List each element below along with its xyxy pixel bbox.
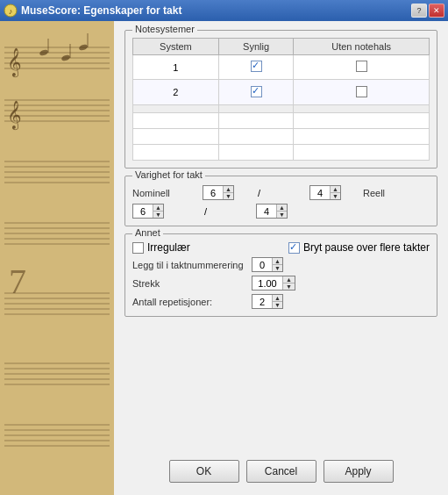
table-row: 2 [133, 80, 430, 104]
nominal-right-arrows: ▲ ▼ [330, 186, 340, 199]
real-left-spinbox[interactable]: ▲ ▼ [132, 204, 164, 219]
nominal-right-input[interactable] [310, 186, 330, 199]
empty-row [133, 129, 430, 145]
stretch-arrows: ▲ ▼ [282, 276, 295, 290]
table-row: 1 [133, 55, 430, 80]
empty-row [133, 145, 430, 161]
irregular-container: Irregulær [132, 241, 190, 254]
svg-text:♪: ♪ [9, 7, 13, 16]
repeat-label: Antall repetisjoner: [132, 297, 246, 307]
title-bar: ♪ MuseScore: Egenskaper for takt ? ✕ [0, 0, 448, 21]
note-systems-label: Notesystemer [132, 24, 197, 34]
row-2-uten-notehals-checkbox[interactable] [356, 86, 367, 97]
nominal-left-input[interactable] [203, 186, 223, 199]
col-system: System [133, 39, 219, 55]
svg-point-42 [60, 54, 70, 61]
stretch-input[interactable] [252, 276, 282, 290]
repeat-arrows: ▲ ▼ [272, 295, 282, 308]
annet-label: Annet [132, 227, 163, 238]
real-left-up[interactable]: ▲ [153, 204, 163, 212]
nominal-label: Nominell [132, 188, 199, 198]
row-2-synlig-checkbox[interactable] [251, 86, 262, 97]
svg-point-40 [39, 48, 48, 56]
svg-point-44 [78, 43, 88, 51]
empty-row [133, 113, 430, 129]
svg-text:𝄞: 𝄞 [7, 47, 22, 78]
row-1-uten-notehals-checkbox[interactable] [356, 61, 367, 72]
repeat-down[interactable]: ▼ [273, 302, 282, 308]
duration-grid: Nominell ▲ ▼ / ▲ ▼ Reell [132, 185, 430, 219]
app-icon: ♪ [4, 4, 18, 18]
real-right-spinbox[interactable]: ▲ ▼ [256, 204, 288, 219]
stretch-row: Strekk ▲ ▼ [132, 276, 430, 291]
apply-button[interactable]: Apply [324, 460, 394, 483]
cancel-button[interactable]: Cancel [246, 460, 316, 483]
stretch-down[interactable]: ▼ [283, 283, 295, 290]
svg-text:𝄞: 𝄞 [7, 100, 22, 131]
add-numbering-row: Legg til i taktnummerering ▲ ▼ [132, 257, 430, 272]
annet-top-row: Irregulær Bryt pause over flere takter [132, 241, 430, 254]
button-row: OK Cancel Apply [124, 453, 437, 486]
add-numbering-arrows: ▲ ▼ [272, 258, 282, 271]
music-background-panel: 𝄞 𝄞 7 [0, 21, 114, 495]
note-systems-table: System Synlig Uten notehals 1 [132, 38, 430, 161]
add-numbering-spinbox[interactable]: ▲ ▼ [252, 257, 283, 272]
add-numbering-input[interactable] [252, 258, 272, 271]
row-1-num: 1 [133, 55, 219, 80]
nominal-left-arrows: ▲ ▼ [223, 186, 233, 199]
add-numbering-down[interactable]: ▼ [273, 265, 282, 271]
row-2-num: 2 [133, 80, 219, 104]
row-1-uten-notehals-cell [294, 55, 430, 80]
empty-row [133, 104, 430, 112]
sheet-music-decoration: 𝄞 𝄞 7 [0, 21, 114, 495]
nominal-left-down[interactable]: ▼ [224, 193, 233, 199]
irregular-checkbox[interactable] [132, 242, 144, 254]
repeat-spinbox[interactable]: ▲ ▼ [252, 294, 283, 309]
break-pause-container: Bryt pause over flere takter [288, 241, 430, 254]
stretch-up[interactable]: ▲ [283, 276, 295, 283]
duration-label: Varighet for takt [132, 169, 205, 180]
close-button[interactable]: ✕ [429, 4, 444, 18]
ok-button[interactable]: OK [169, 460, 239, 483]
window-controls: ? ✕ [411, 4, 444, 18]
dialog-content: Notesystemer System Synlig Uten notehals… [114, 21, 448, 495]
nominal-slash: / [256, 188, 306, 198]
row-2-synlig-cell [218, 80, 294, 104]
real-left-down[interactable]: ▼ [153, 212, 163, 218]
window-title: MuseScore: Egenskaper for takt [21, 4, 181, 17]
stretch-spinbox[interactable]: ▲ ▼ [252, 276, 295, 291]
nominal-right-spinbox[interactable]: ▲ ▼ [309, 185, 341, 200]
real-right-arrows: ▲ ▼ [276, 204, 287, 218]
repeat-input[interactable] [252, 295, 272, 308]
duration-group: Varighet for takt Nominell ▲ ▼ / ▲ ▼ [124, 176, 437, 226]
real-right-down[interactable]: ▼ [277, 212, 287, 218]
real-slash: / [203, 206, 252, 217]
row-2-uten-notehals-cell [294, 80, 430, 104]
real-left-input[interactable] [133, 204, 153, 218]
break-pause-checkbox[interactable] [288, 242, 300, 254]
repeat-row: Antall repetisjoner: ▲ ▼ [132, 294, 430, 309]
irregular-label: Irregulær [147, 241, 190, 254]
real-left-arrows: ▲ ▼ [153, 204, 163, 218]
help-button[interactable]: ? [411, 4, 427, 18]
nominal-right-down[interactable]: ▼ [331, 193, 340, 199]
real-label: Reell [363, 188, 430, 198]
nominal-right-up[interactable]: ▲ [331, 186, 340, 193]
real-right-input[interactable] [257, 204, 276, 218]
real-right-up[interactable]: ▲ [277, 204, 287, 212]
stretch-label: Strekk [132, 278, 246, 289]
break-pause-label: Bryt pause over flere takter [303, 241, 430, 254]
col-synlig: Synlig [218, 39, 294, 55]
row-1-synlig-cell [218, 55, 294, 80]
note-systems-group: Notesystemer System Synlig Uten notehals… [124, 30, 437, 169]
repeat-up[interactable]: ▲ [273, 295, 282, 302]
col-uten-notehals: Uten notehals [294, 39, 430, 55]
add-numbering-up[interactable]: ▲ [273, 258, 282, 265]
nominal-left-up[interactable]: ▲ [224, 186, 233, 193]
svg-text:7: 7 [9, 262, 26, 301]
row-1-synlig-checkbox[interactable] [251, 61, 262, 72]
nominal-left-spinbox[interactable]: ▲ ▼ [203, 185, 234, 200]
add-numbering-label: Legg til i taktnummerering [132, 260, 246, 270]
annet-group: Annet Irregulær Bryt pause over flere ta… [124, 233, 437, 317]
